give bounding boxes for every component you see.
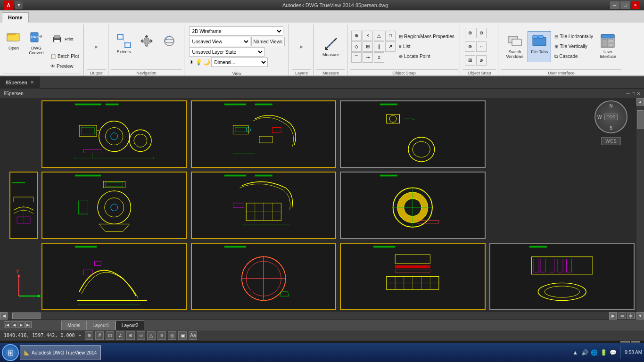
- maximize-button[interactable]: □: [620, 1, 630, 9]
- status-lineweight-btn[interactable]: ≡: [157, 331, 166, 340]
- systray-msg[interactable]: 💬: [609, 349, 617, 356]
- visual-style-dropdown[interactable]: 2D Wireframe: [189, 26, 283, 36]
- panel-r1c4[interactable]: ─: [340, 100, 486, 168]
- named-views-button[interactable]: Named Views: [251, 37, 285, 46]
- panel-r2c3[interactable]: [191, 172, 337, 239]
- status-osnap-btn[interactable]: ⊗: [126, 331, 135, 340]
- minimize-button[interactable]: ─: [610, 1, 619, 9]
- tab-first-btn[interactable]: |◀: [4, 321, 10, 328]
- scroll-right-btn[interactable]: ▶: [609, 312, 617, 320]
- user-interface-button[interactable]: UserInterface: [596, 31, 619, 62]
- scroll-left-btn[interactable]: ◀: [0, 312, 8, 320]
- clock-display[interactable]: 9:58 AM: [625, 349, 642, 356]
- status-otrack-btn[interactable]: ∞: [137, 331, 145, 340]
- status-dynamic-btn[interactable]: △: [147, 331, 156, 340]
- file-tab-85persen[interactable]: 85persen ✕: [0, 76, 40, 89]
- snap-tool-1[interactable]: ⊕: [351, 31, 362, 41]
- dimension-dropdown[interactable]: Dimensi...: [211, 58, 268, 67]
- extra-snap-4[interactable]: ↔: [476, 41, 487, 52]
- dimension-select[interactable]: Dimensi...: [212, 59, 267, 66]
- output-expand[interactable]: ▶: [95, 44, 98, 49]
- snap-tool-10[interactable]: ⊸: [363, 52, 373, 63]
- status-grid-btn[interactable]: #: [95, 331, 104, 340]
- panel-r3c5[interactable]: [489, 243, 635, 310]
- orbit-button[interactable]: [158, 31, 180, 62]
- view-select[interactable]: Unsaved View: [190, 39, 250, 45]
- print-button[interactable]: Print: [48, 27, 82, 51]
- scroll-tab1[interactable]: ═: [619, 313, 626, 319]
- start-button[interactable]: ⊞: [2, 344, 19, 361]
- status-snap-btn[interactable]: ⊕: [85, 331, 93, 340]
- switch-windows-button[interactable]: SwitchWindows: [503, 31, 527, 62]
- extra-snap-3[interactable]: ⊗: [465, 41, 475, 52]
- dw-close[interactable]: ✕: [636, 91, 640, 96]
- panel-r1c3[interactable]: [191, 100, 337, 168]
- tab-prev-btn[interactable]: ◀: [11, 321, 17, 328]
- list-button[interactable]: ≡ List: [396, 42, 457, 51]
- extra-snap-6[interactable]: ⌀: [476, 55, 487, 66]
- drawing-viewport[interactable]: 85persen ─ □ ✕ N S W TOP WCS ▲ ▼ X: [0, 89, 644, 320]
- open-button[interactable]: Open: [3, 27, 25, 53]
- layer-select[interactable]: Unsaved Layer State: [190, 49, 264, 55]
- status-polar-btn[interactable]: ∠: [116, 331, 124, 340]
- scroll-track-h[interactable]: [8, 312, 609, 320]
- tab-layout1[interactable]: Layout1: [86, 321, 116, 330]
- view-cube[interactable]: N S W TOP WCS: [592, 100, 630, 157]
- panel-r3c2[interactable]: [41, 243, 187, 310]
- status-transparency-btn[interactable]: ◎: [168, 331, 176, 340]
- status-ortho-btn[interactable]: ⊡: [106, 331, 114, 340]
- systray-show-hidden[interactable]: ▲: [571, 349, 579, 356]
- add-status-icon[interactable]: +: [79, 333, 82, 338]
- measure-button[interactable]: Measure: [319, 34, 342, 59]
- tab-model[interactable]: Model: [61, 321, 86, 330]
- compass-center[interactable]: TOP: [604, 114, 618, 120]
- tile-vertically-button[interactable]: ⊞ Tile Vertically: [552, 42, 595, 51]
- region-mass-button[interactable]: ⊞ Region/Mass Properties: [396, 32, 457, 41]
- snap-tool-6[interactable]: ⊞: [363, 41, 373, 52]
- snap-tool-2[interactable]: ×: [363, 31, 373, 41]
- tab-next-btn[interactable]: ▶: [18, 321, 25, 328]
- cascade-button[interactable]: ⧉ Cascade: [552, 52, 595, 61]
- tab-last-btn[interactable]: ▶|: [25, 321, 32, 328]
- tab-layout2[interactable]: Layout2: [116, 321, 145, 330]
- dwg-convert-button[interactable]: DWG DWGConvert: [25, 27, 47, 58]
- layers-expand[interactable]: ▶: [300, 44, 303, 49]
- preview-button[interactable]: 👁 Preview: [48, 61, 82, 71]
- tab-home[interactable]: Home: [2, 12, 29, 23]
- file-tab-close[interactable]: ✕: [30, 80, 34, 85]
- snap-tool-8[interactable]: ↗: [385, 41, 396, 52]
- tile-horizontally-button[interactable]: ⊟ Tile Horizontally: [552, 32, 595, 41]
- file-tabs-button[interactable]: File Tabs: [528, 31, 551, 62]
- right-scrollbar[interactable]: ▲ ▼: [636, 98, 644, 320]
- status-selection-btn[interactable]: ▣: [178, 331, 187, 340]
- panel-r2c4[interactable]: [340, 172, 486, 239]
- panel-r3c4[interactable]: [340, 243, 486, 310]
- extents-button[interactable]: Extents: [113, 31, 135, 62]
- systray-network[interactable]: 🌐: [590, 349, 598, 356]
- systray-battery[interactable]: 🔋: [600, 349, 607, 356]
- status-annotation-btn[interactable]: Aa: [189, 331, 197, 340]
- panel-r3c3[interactable]: [191, 243, 337, 310]
- compass-circle[interactable]: N S W TOP: [594, 100, 627, 133]
- snap-tool-9[interactable]: ⌒: [351, 52, 362, 63]
- panel-r2c2[interactable]: [41, 172, 187, 239]
- pan-button[interactable]: [136, 31, 157, 62]
- snap-tool-4[interactable]: □: [385, 31, 396, 41]
- scroll-track-v[interactable]: [636, 106, 644, 312]
- panel-r2c1[interactable]: [9, 172, 38, 239]
- snap-tool-11[interactable]: ±: [374, 52, 384, 63]
- extra-snap-5[interactable]: ⊞: [465, 55, 475, 66]
- snap-tool-7[interactable]: ∥: [374, 41, 384, 52]
- snap-tool-5[interactable]: ◇: [351, 41, 362, 52]
- close-button[interactable]: ✕: [631, 1, 640, 9]
- scroll-down-btn[interactable]: ▼: [636, 312, 644, 320]
- dw-maximize[interactable]: □: [632, 91, 635, 96]
- taskbar-app-btn[interactable]: 📐 Autodesk DWG TrueView 2014: [20, 345, 101, 360]
- quick-access-arrow[interactable]: ▼: [15, 1, 23, 9]
- visual-style-select[interactable]: 2D Wireframe: [190, 28, 283, 34]
- scroll-up-btn[interactable]: ▲: [636, 98, 644, 106]
- extra-snap-1[interactable]: ⊕: [465, 28, 475, 38]
- dw-minimize[interactable]: ─: [627, 91, 630, 96]
- snap-tool-3[interactable]: △: [374, 31, 384, 41]
- extra-snap-2[interactable]: ⊖: [476, 28, 487, 38]
